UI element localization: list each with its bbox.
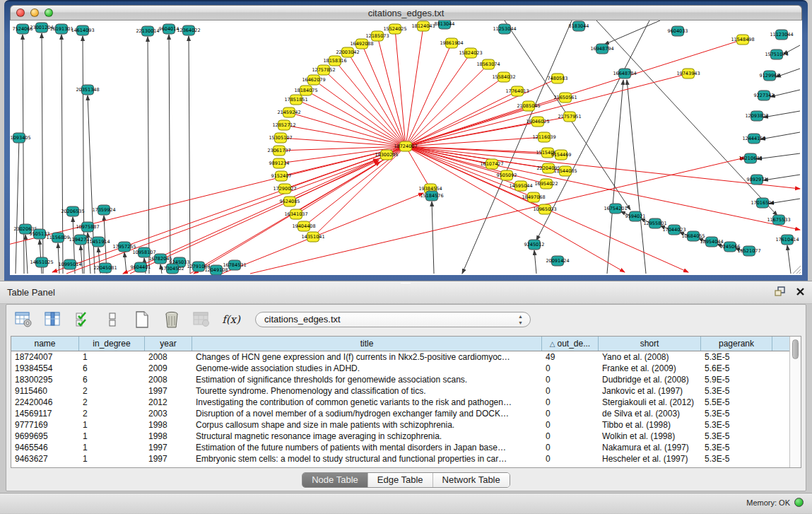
graph-node[interactable]: 16462079 [302, 75, 325, 85]
table-row[interactable]: 946554611997Estimation of the future num… [11, 442, 789, 453]
graph-node[interactable]: 9245012 [524, 240, 545, 250]
graph-node[interactable]: 21459242 [277, 107, 300, 117]
graph-node[interactable]: 9129966 [760, 71, 780, 81]
graph-node[interactable]: 15524025 [383, 24, 406, 34]
graph-node[interactable]: 8183044 [569, 21, 589, 31]
scrollbar-thumb[interactable] [792, 339, 799, 359]
minimize-window-button[interactable] [30, 8, 39, 17]
column-header-short[interactable]: short [599, 337, 701, 351]
graph-node[interactable]: 16191301 [49, 24, 73, 34]
graph-node[interactable]: 19743943 [676, 69, 700, 78]
table-row[interactable]: 1456911722003Disruption of a novel membe… [11, 408, 789, 419]
tab-edge-table[interactable]: Edge Table [367, 473, 433, 487]
graph-node[interactable]: 9152407 [271, 171, 292, 181]
graph-node[interactable]: 22003042 [336, 47, 359, 57]
graph-node[interactable]: 12093822 [745, 111, 768, 121]
delete-trash-button[interactable] [162, 310, 182, 329]
resize-grip-icon[interactable] [790, 263, 801, 274]
graph-node[interactable]: 16948794 [590, 44, 613, 54]
graph-node[interactable]: 14595044 [509, 181, 532, 191]
table-row[interactable]: 977716911998Corpus callosum shape and si… [11, 419, 789, 431]
network-canvas[interactable]: 1872400712185073164920882200304218158316… [10, 21, 802, 275]
graph-node[interactable]: 15584032 [492, 72, 515, 82]
graph-node[interactable]: 21650561 [553, 93, 577, 103]
table-vertical-scrollbar[interactable] [789, 337, 801, 467]
graph-node[interactable]: 11451914 [86, 237, 110, 247]
column-header-in_degree[interactable]: in_degree [79, 337, 145, 351]
select-all-button[interactable] [73, 310, 93, 329]
graph-node[interactable]: 16210643 [739, 153, 762, 163]
graph-node[interactable]: 21757951 [558, 112, 581, 122]
column-header-name[interactable]: name [11, 337, 79, 351]
graph-node[interactable]: 21085045 [517, 101, 540, 111]
graph-node[interactable]: 9227343 [754, 90, 775, 100]
graph-node[interactable]: 16648784 [613, 69, 636, 78]
zoom-window-button[interactable] [45, 8, 53, 17]
window-titlebar[interactable]: citations_edges.txt [10, 5, 802, 21]
graph-node[interactable]: 23061737 [267, 146, 290, 156]
table-row[interactable]: 1938455462009Genome-wide association stu… [11, 363, 789, 374]
graph-node[interactable]: 9154469 [551, 150, 572, 160]
graph-node[interactable]: 11548498 [731, 35, 754, 45]
graph-node[interactable]: 11544035 [553, 166, 577, 176]
table-selector-dropdown[interactable]: citations_edges.txt ▲▼ [255, 312, 531, 327]
graph-node[interactable]: 9604014 [159, 24, 180, 34]
panel-divider-grip[interactable] [401, 281, 411, 284]
graph-node[interactable]: 17304502 [160, 264, 184, 274]
graph-node[interactable]: 15751074 [765, 49, 788, 59]
float-panel-icon[interactable] [775, 286, 786, 297]
graph-node[interactable]: 12116039 [532, 132, 555, 142]
show-column-button[interactable] [43, 310, 63, 329]
graph-node[interactable]: 8813044 [435, 21, 455, 29]
table-row[interactable]: 911546021997Tourette syndrome. Phenomeno… [11, 385, 789, 397]
table-row[interactable]: 1872400712008Changes of HCN gene express… [11, 351, 789, 363]
graph-node[interactable]: 10995014 [58, 259, 81, 269]
graph-node[interactable]: 9604033 [668, 26, 688, 36]
graph-node[interactable]: 19404408 [292, 221, 315, 231]
table-row[interactable]: 1830029562008Estimation of significance … [11, 374, 789, 385]
graph-node[interactable]: 17359924 [92, 205, 115, 215]
graph-node[interactable]: 15184576 [420, 191, 443, 201]
graph-node[interactable]: 11123044 [770, 30, 793, 40]
tab-node-table[interactable]: Node Table [302, 473, 367, 487]
function-builder-button[interactable]: f(x) [221, 310, 241, 329]
column-header-out_de[interactable]: △out_de... [542, 337, 599, 351]
graph-node[interactable]: 14651025 [30, 257, 53, 267]
column-header-pagerank[interactable]: pagerank [701, 337, 772, 351]
graph-node[interactable]: 22130014 [136, 26, 159, 36]
graph-node[interactable]: 22045081 [93, 263, 117, 273]
table-row[interactable]: 946362711997Embryonic stem cells: a mode… [11, 453, 789, 465]
graph-node[interactable]: 18184075 [294, 86, 317, 95]
graph-node[interactable]: 18124043 [411, 21, 435, 31]
graph-node[interactable]: 16754201 [604, 204, 627, 214]
graph-node[interactable]: 17016504 [751, 198, 774, 208]
graph-node[interactable]: 19861904 [440, 38, 463, 48]
graph-node[interactable]: 15305107 [269, 133, 292, 143]
column-header-year[interactable]: year [145, 337, 192, 351]
graph-node[interactable]: 17610414 [775, 235, 799, 245]
graph-node[interactable]: 16492088 [350, 39, 373, 49]
destroy-table-button-disabled[interactable] [192, 310, 211, 329]
graph-node[interactable]: 14614093 [71, 25, 94, 35]
graph-node[interactable]: 16341037 [284, 209, 307, 219]
table-row[interactable]: 2242004622012Investigating the contribut… [11, 397, 789, 408]
graph-node[interactable]: 18158316 [323, 56, 346, 66]
graph-node[interactable]: 12444158 [742, 134, 765, 144]
graph-node[interactable]: 12364022 [177, 25, 200, 35]
graph-node[interactable]: 9891234 [269, 158, 290, 168]
tab-network-table[interactable]: Network Table [433, 473, 510, 487]
graph-node[interactable]: 18563074 [476, 59, 500, 69]
graph-node[interactable]: 10975887 [76, 222, 99, 232]
graph-node[interactable]: 20351348 [76, 85, 99, 95]
graph-node[interactable]: 16046025 [526, 117, 549, 127]
close-window-button[interactable] [16, 8, 25, 17]
graph-node[interactable]: 16954022 [534, 179, 558, 189]
graph-node[interactable]: 15824023 [459, 48, 482, 58]
close-panel-icon[interactable] [796, 287, 805, 296]
graph-node[interactable]: 9524085 [280, 197, 300, 206]
graph-node[interactable]: 11156809 [46, 233, 69, 243]
graph-node[interactable]: 12185073 [365, 31, 389, 41]
memory-ok-indicator[interactable] [794, 498, 804, 507]
graph-node[interactable]: 21093405 [10, 133, 31, 143]
graph-node[interactable]: 12757852 [312, 65, 335, 75]
